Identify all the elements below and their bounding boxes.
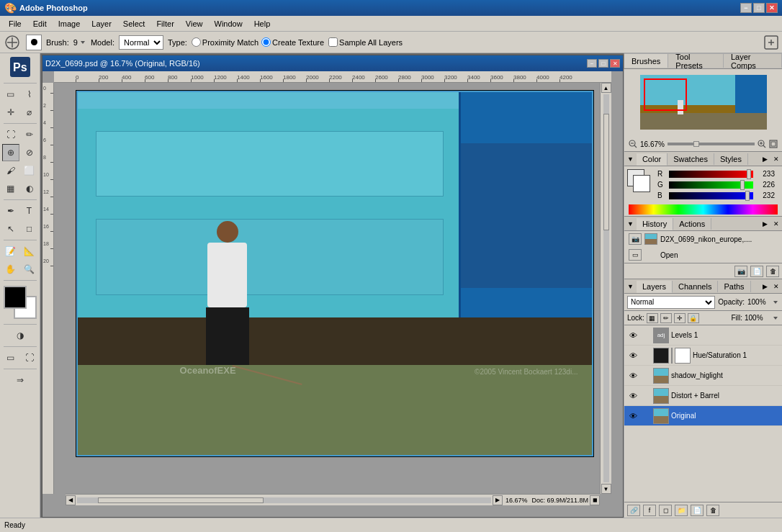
maximize-button[interactable]: □ (753, 3, 765, 13)
notes-tool[interactable]: 📝 (2, 243, 19, 260)
brush-size-control[interactable]: 9 (73, 38, 86, 47)
layer-link-btn-shadow[interactable] (641, 371, 651, 381)
channels-tab[interactable]: Channels (673, 281, 718, 292)
menu-select[interactable]: Select (117, 18, 151, 30)
brush-preview[interactable] (26, 35, 42, 50)
layer-link-btn-original[interactable] (641, 411, 651, 421)
lasso-tool[interactable]: ⌇ (21, 86, 38, 103)
layer-link-btn-bottom[interactable]: 🔗 (627, 505, 640, 516)
menu-help[interactable]: Help (248, 18, 277, 30)
history-delete-btn[interactable]: 🗑 (766, 266, 779, 277)
history-item-snapshot[interactable]: 📷 D2X_0699_nikon_europe,.... (624, 231, 782, 247)
menu-image[interactable]: Image (53, 18, 86, 30)
menu-edit[interactable]: Edit (27, 18, 53, 30)
lock-all-btn[interactable]: 🔒 (688, 313, 699, 323)
layers-tab[interactable]: Layers (637, 281, 673, 293)
jump-btn[interactable]: ⇒ (12, 371, 29, 389)
layer-item-hue-sat[interactable]: 👁 Hue/Saturation 1 (624, 346, 782, 366)
background-color-swatch[interactable] (633, 175, 650, 192)
proximity-match-option[interactable]: Proximity Match (192, 37, 259, 47)
crop-tool[interactable]: ⛶ (2, 126, 19, 143)
menu-file[interactable]: File (3, 18, 27, 30)
scroll-thumb-h[interactable] (98, 497, 264, 503)
layer-link-btn[interactable] (641, 330, 651, 341)
minimize-button[interactable]: − (740, 3, 752, 13)
scrollbar-vertical[interactable]: ▲ ▼ (600, 83, 611, 494)
layer-item-levels[interactable]: 👁 adj Levels 1 (624, 325, 782, 346)
scrollbar-horizontal[interactable]: ◀ ▶ 16.67% Doc: 69.9M/211.8M ◼ (66, 494, 600, 505)
model-select[interactable]: Normal (119, 35, 163, 50)
swatches-tab[interactable]: Swatches (668, 153, 714, 165)
move-tool[interactable]: ✛ (2, 104, 19, 121)
actions-tab[interactable]: Actions (673, 218, 711, 230)
doc-maximize-btn[interactable]: □ (598, 59, 608, 68)
zoom-out-icon[interactable] (629, 140, 637, 148)
layer-item-original[interactable]: 👁 Original (624, 406, 782, 426)
screen-mode-btn[interactable]: ▭ (2, 349, 19, 366)
zoom-slider-thumb[interactable] (693, 141, 699, 147)
history-panel-menu[interactable]: ▶ (760, 219, 770, 229)
fullscreen-btn[interactable]: ⛶ (21, 349, 38, 366)
menu-view[interactable]: View (180, 18, 209, 30)
sample-all-layers-option[interactable]: Sample All Layers (328, 37, 403, 47)
eyedropper-tool[interactable]: ✏ (21, 126, 38, 143)
layer-visibility-eye-shadow[interactable]: 👁 (627, 370, 639, 382)
layer-visibility-eye-hue[interactable]: 👁 (627, 350, 639, 361)
paths-tab[interactable]: Paths (718, 281, 750, 292)
lock-transparent-btn[interactable]: ▦ (647, 313, 658, 323)
layer-fx-btn[interactable]: f (643, 505, 656, 516)
color-gradient-bar[interactable] (629, 204, 778, 215)
color-tab[interactable]: Color (637, 153, 668, 166)
color-collapse-btn[interactable]: ▼ (624, 154, 637, 164)
red-slider-thumb[interactable] (747, 169, 751, 179)
layers-collapse-btn[interactable]: ▼ (624, 281, 637, 292)
create-texture-option[interactable]: Create Texture (261, 37, 324, 47)
scroll-track-h[interactable] (77, 497, 491, 503)
brush-tool[interactable]: 🖌 (2, 162, 19, 179)
history-collapse-btn[interactable]: ▼ (624, 219, 637, 229)
opacity-arrow-icon[interactable] (772, 299, 779, 306)
tool-presets-tab[interactable]: Tool Presets (668, 53, 724, 68)
layer-group-btn[interactable]: 📁 (675, 505, 688, 516)
lock-pixels-btn[interactable]: ✏ (660, 313, 672, 323)
eraser-tool[interactable]: ⬜ (21, 162, 38, 179)
layers-panel-close[interactable]: ✕ (770, 281, 782, 292)
pen-tool[interactable]: ✒ (2, 202, 19, 220)
scroll-right-btn[interactable]: ▶ (493, 495, 503, 505)
menu-filter[interactable]: Filter (150, 18, 179, 30)
layers-panel-menu[interactable]: ▶ (760, 281, 770, 292)
blend-mode-select[interactable]: Normal (627, 296, 715, 309)
layer-mask-btn[interactable]: ◻ (659, 505, 672, 516)
scroll-left-btn[interactable]: ◀ (66, 495, 76, 505)
layer-visibility-eye[interactable]: 👁 (627, 330, 639, 341)
layer-item-distort[interactable]: 👁 Distort + Barrel (624, 386, 782, 406)
brush-dropdown-icon[interactable] (79, 39, 86, 46)
menu-layer[interactable]: Layer (86, 18, 117, 30)
photo-area[interactable]: OceanofEXE ©2005 Vincent Bockaert 123di.… (54, 83, 611, 505)
navigator-zoom-slider[interactable] (668, 143, 755, 145)
green-slider[interactable] (669, 181, 753, 189)
scroll-down-btn[interactable]: ▼ (601, 484, 611, 494)
styles-tab[interactable]: Styles (714, 153, 748, 165)
scroll-up-btn[interactable]: ▲ (601, 83, 611, 93)
right-options-btn[interactable] (763, 35, 779, 50)
scroll-track-v[interactable] (603, 94, 609, 482)
canvas-area[interactable]: D2X_0699.psd @ 16.7% (Original, RGB/16) … (40, 53, 624, 518)
text-tool[interactable]: T (21, 202, 38, 220)
layer-link-btn-hue[interactable] (641, 351, 651, 361)
history-panel-close[interactable]: ✕ (770, 219, 782, 229)
zoom-tool[interactable]: 🔍 (21, 261, 38, 278)
layer-visibility-eye-original[interactable]: 👁 (627, 410, 639, 422)
measure-tool[interactable]: 📐 (21, 243, 38, 260)
brushes-tab[interactable]: Brushes (624, 53, 668, 68)
marquee-tool[interactable]: ▭ (2, 86, 19, 103)
shape-tool[interactable]: □ (21, 220, 38, 238)
color-switcher[interactable] (4, 286, 37, 319)
zoom-max-icon[interactable] (769, 140, 778, 148)
history-new-doc-btn[interactable]: 📄 (750, 266, 763, 277)
gradient-tool[interactable]: ▦ (2, 180, 19, 197)
layer-new-btn[interactable]: 📄 (691, 505, 704, 516)
hand-tool[interactable]: ✋ (2, 261, 19, 278)
dodge-tool[interactable]: ◐ (21, 180, 38, 197)
blue-slider-thumb[interactable] (745, 191, 750, 201)
